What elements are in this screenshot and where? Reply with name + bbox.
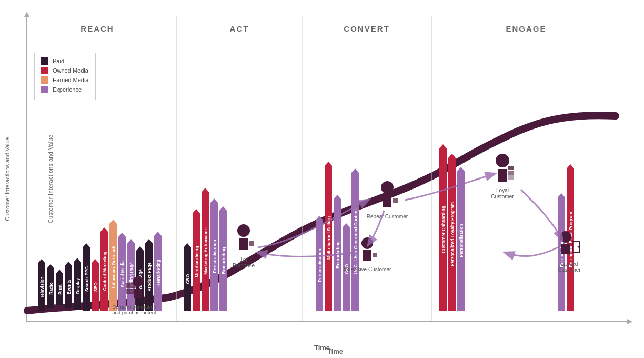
svg-text:Personalisation: Personalisation bbox=[317, 248, 323, 282]
svg-text:CRO: CRO bbox=[185, 274, 190, 284]
svg-text:Influencer Outreach: Influencer Outreach bbox=[111, 246, 116, 288]
svg-rect-44 bbox=[145, 243, 153, 311]
svg-text:Content Marketing: Content Marketing bbox=[102, 252, 107, 291]
svg-text:Customer: Customer bbox=[491, 194, 514, 200]
svg-marker-15 bbox=[56, 270, 63, 274]
svg-rect-105 bbox=[249, 241, 254, 246]
legend-owned: Owned Media bbox=[41, 67, 89, 74]
svg-marker-93 bbox=[567, 164, 574, 168]
svg-text:UGC - User Generated Content: UGC - User Generated Content bbox=[353, 209, 358, 274]
svg-text:Search PPC: Search PPC bbox=[84, 266, 89, 292]
svg-marker-66 bbox=[316, 216, 323, 220]
svg-rect-26 bbox=[92, 263, 99, 311]
svg-rect-115 bbox=[508, 171, 514, 175]
svg-text:Print: Print bbox=[57, 284, 63, 295]
svg-marker-72 bbox=[334, 195, 341, 199]
svg-text:Loyal: Loyal bbox=[496, 187, 509, 193]
svg-rect-92 bbox=[567, 168, 574, 311]
svg-text:Television: Television bbox=[39, 277, 45, 299]
svg-marker-84 bbox=[448, 154, 456, 158]
x-axis bbox=[26, 321, 628, 322]
svg-text:Re-engage Email Program: Re-engage Email Program bbox=[568, 212, 573, 267]
svg-point-112 bbox=[496, 154, 509, 167]
svg-point-123 bbox=[560, 231, 571, 243]
svg-point-103 bbox=[237, 224, 250, 237]
legend-earned: Earned Media bbox=[41, 76, 89, 84]
svg-marker-87 bbox=[457, 167, 465, 171]
svg-text:Display: Display bbox=[75, 278, 80, 294]
legend-earned-color bbox=[41, 76, 48, 84]
svg-rect-97 bbox=[126, 283, 132, 288]
svg-rect-35 bbox=[118, 237, 126, 311]
svg-text:Remarketing: Remarketing bbox=[156, 260, 161, 287]
svg-marker-33 bbox=[109, 220, 117, 224]
svg-text:Personalized Loyalty Program: Personalized Loyalty Program bbox=[450, 202, 455, 266]
legend-paid-color bbox=[41, 57, 48, 65]
svg-text:Lapsed: Lapsed bbox=[561, 261, 578, 267]
svg-rect-83 bbox=[448, 158, 456, 311]
chart-svg: REACH ACT CONVERT ENGAGE Customer Intera… bbox=[0, 0, 644, 358]
svg-text:REACH: REACH bbox=[80, 24, 114, 33]
svg-rect-23 bbox=[83, 247, 90, 311]
svg-rect-125 bbox=[572, 241, 580, 253]
svg-text:and purchase intent: and purchase intent bbox=[112, 310, 156, 315]
svg-text:Multichannel Selling: Multichannel Selling bbox=[326, 216, 331, 260]
legend-paid: Paid bbox=[41, 57, 89, 65]
svg-rect-116 bbox=[508, 175, 514, 180]
svg-marker-18 bbox=[65, 262, 72, 266]
svg-text:Indecisive Customer: Indecisive Customer bbox=[344, 266, 391, 272]
svg-text:Customer Onboarding: Customer Onboarding bbox=[441, 206, 446, 253]
svg-rect-109 bbox=[383, 195, 391, 207]
svg-marker-54 bbox=[193, 209, 200, 213]
legend-paid-label: Paid bbox=[53, 58, 64, 64]
svg-rect-20 bbox=[74, 262, 81, 310]
svg-rect-80 bbox=[439, 148, 447, 311]
svg-marker-48 bbox=[154, 232, 162, 236]
svg-marker-30 bbox=[100, 227, 108, 232]
legend-owned-color bbox=[41, 67, 48, 74]
svg-marker-12 bbox=[47, 264, 54, 268]
svg-text:Landing Page: Landing Page bbox=[129, 262, 134, 292]
svg-marker-57 bbox=[202, 188, 209, 192]
svg-marker-63 bbox=[219, 206, 227, 211]
svg-rect-50 bbox=[184, 247, 191, 311]
svg-rect-77 bbox=[351, 173, 359, 311]
svg-rect-96 bbox=[134, 289, 142, 298]
legend-earned-label: Earned Media bbox=[53, 77, 89, 83]
svg-rect-41 bbox=[136, 251, 144, 311]
svg-rect-100 bbox=[132, 289, 137, 294]
svg-rect-124 bbox=[561, 244, 570, 254]
svg-text:Personalisation: Personalisation bbox=[459, 224, 464, 257]
svg-text:Purchase: Purchase bbox=[233, 263, 255, 268]
svg-rect-14 bbox=[56, 274, 63, 305]
svg-marker-60 bbox=[210, 198, 218, 203]
svg-point-108 bbox=[381, 181, 394, 194]
svg-rect-59 bbox=[210, 203, 218, 311]
svg-text:Customer Interactions and Valu: Customer Interactions and Value bbox=[4, 137, 11, 221]
svg-text:Homepage: Homepage bbox=[138, 269, 143, 292]
legend-experience-label: Experience bbox=[53, 86, 82, 93]
svg-text:Social Media: Social Media bbox=[120, 260, 125, 287]
x-axis-label: Time bbox=[314, 344, 330, 352]
svg-marker-90 bbox=[558, 193, 565, 197]
svg-marker-24 bbox=[83, 243, 90, 247]
svg-marker-75 bbox=[343, 223, 350, 227]
svg-text:1st: 1st bbox=[240, 257, 247, 263]
svg-marker-21 bbox=[74, 258, 81, 262]
svg-rect-68 bbox=[325, 166, 332, 311]
legend: Paid Owned Media Earned Media Experience bbox=[34, 53, 96, 100]
svg-rect-47 bbox=[154, 236, 162, 311]
y-axis bbox=[26, 16, 27, 321]
svg-rect-114 bbox=[508, 166, 514, 170]
svg-marker-69 bbox=[325, 162, 332, 166]
svg-marker-39 bbox=[127, 239, 135, 243]
svg-text:Merchandising: Merchandising bbox=[194, 246, 199, 277]
legend-owned-label: Owned Media bbox=[53, 67, 88, 74]
svg-rect-17 bbox=[65, 266, 72, 308]
svg-point-126 bbox=[578, 246, 579, 248]
svg-rect-86 bbox=[457, 171, 465, 311]
svg-text:Demand generation: Demand generation bbox=[112, 304, 156, 310]
svg-text:Personalisation: Personalisation bbox=[212, 240, 217, 273]
svg-marker-51 bbox=[184, 243, 191, 247]
svg-rect-29 bbox=[100, 232, 108, 311]
